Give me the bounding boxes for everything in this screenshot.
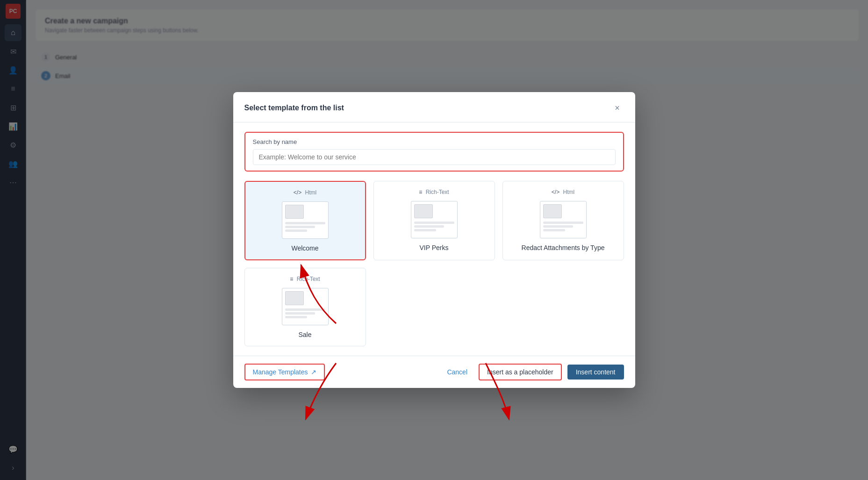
thumb-line-1: [285, 222, 325, 224]
footer-left: Manage Templates ↗: [244, 364, 325, 380]
thumb-line-sale-2: [285, 312, 316, 315]
template-name-welcome: Welcome: [291, 244, 318, 252]
template-type-rich-1: ≡ Rich-Text: [381, 189, 487, 195]
thumb-line-vip-2: [414, 225, 445, 228]
thumb-img-vip: [414, 204, 433, 218]
template-card-sale[interactable]: ≡ Rich-Text Sale: [244, 268, 366, 346]
thumb-line-redact-1: [543, 222, 583, 224]
dialog-close-button[interactable]: ×: [611, 101, 624, 115]
html-icon-2: </>: [552, 189, 560, 195]
thumb-line-sale-3: [285, 316, 307, 318]
thumb-line-redact-3: [543, 229, 565, 231]
search-section: Search by name: [244, 132, 624, 172]
cancel-button[interactable]: Cancel: [441, 365, 473, 380]
rich-text-icon-2: ≡: [290, 276, 293, 282]
template-type-html-1: </> Html: [253, 189, 358, 196]
template-type-html-2: </> Html: [510, 189, 616, 195]
thumb-line-vip-3: [414, 229, 436, 231]
template-card-redact[interactable]: </> Html Redact Attachments by Type: [502, 181, 624, 260]
dialog-body: Search by name </> Html Welcome: [233, 122, 635, 356]
dialog-header: Select template from the list ×: [233, 92, 635, 122]
footer-right: Cancel Insert as a placeholder Insert co…: [441, 364, 624, 380]
thumb-line-redact-2: [543, 225, 574, 228]
dialog-footer: Manage Templates ↗ Cancel Insert as a pl…: [233, 356, 635, 388]
thumb-line-vip-1: [414, 222, 454, 224]
insert-content-button[interactable]: Insert content: [567, 365, 624, 380]
manage-templates-label: Manage Templates: [253, 368, 308, 376]
template-thumb-welcome: [282, 201, 329, 239]
external-link-icon: ↗: [311, 368, 316, 376]
thumb-line-sale-1: [285, 308, 325, 311]
template-name-redact: Redact Attachments by Type: [522, 244, 605, 251]
thumb-img-welcome: [285, 205, 304, 219]
template-card-welcome[interactable]: </> Html Welcome: [244, 181, 366, 260]
template-card-vip-perks[interactable]: ≡ Rich-Text VIP Perks: [373, 181, 495, 260]
template-name-sale: Sale: [298, 331, 311, 338]
template-name-vip: VIP Perks: [420, 244, 449, 251]
template-thumb-vip: [411, 201, 458, 238]
template-grid: </> Html Welcome ≡ Rich-Text: [244, 181, 624, 346]
search-label: Search by name: [253, 138, 616, 145]
thumb-line-3: [285, 229, 307, 232]
thumb-img-redact: [543, 204, 562, 218]
template-thumb-redact: [540, 201, 587, 238]
manage-templates-button[interactable]: Manage Templates ↗: [244, 364, 325, 380]
dialog-title: Select template from the list: [244, 104, 344, 112]
template-thumb-sale: [282, 288, 329, 325]
template-type-rich-2: ≡ Rich-Text: [252, 276, 358, 282]
html-icon-1: </>: [294, 189, 301, 196]
modal-overlay: Select template from the list × Search b…: [0, 0, 868, 480]
insert-placeholder-button[interactable]: Insert as a placeholder: [479, 364, 562, 380]
thumb-img-sale: [285, 291, 304, 305]
search-input[interactable]: [253, 149, 616, 165]
rich-text-icon-1: ≡: [419, 189, 422, 195]
dialog: Select template from the list × Search b…: [233, 92, 635, 388]
thumb-line-2: [285, 226, 316, 228]
